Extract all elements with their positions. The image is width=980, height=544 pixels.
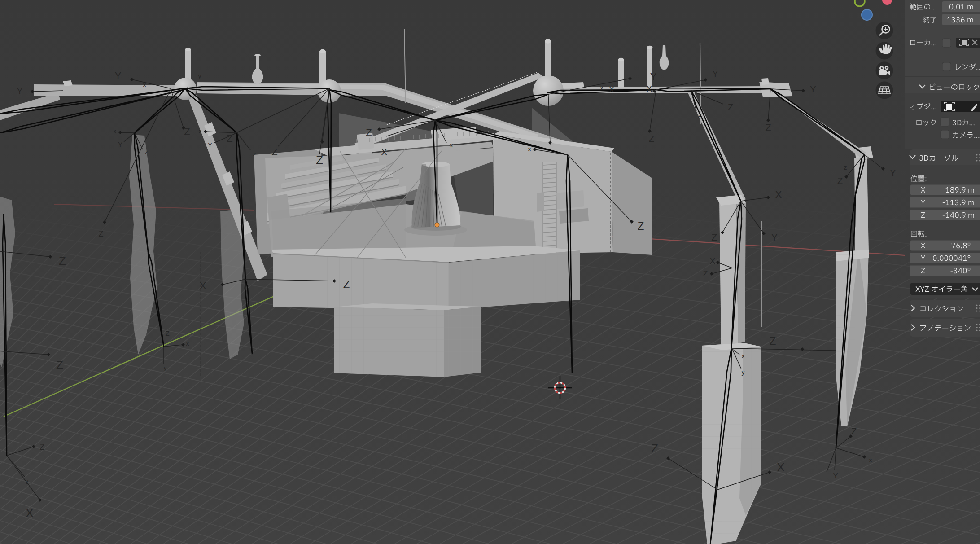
svg-text:Y: Y — [833, 472, 838, 480]
svg-text:Z: Z — [40, 443, 45, 452]
svg-text:Z: Z — [638, 220, 644, 232]
svg-text:x: x — [742, 352, 745, 360]
svg-text:z: z — [697, 112, 701, 120]
svg-text:x: x — [114, 127, 117, 135]
svg-text:X: X — [646, 84, 652, 94]
svg-text:Z: Z — [56, 358, 63, 372]
svg-text:Y: Y — [810, 84, 816, 94]
svg-text:z: z — [145, 149, 148, 156]
svg-text:Z: Z — [837, 176, 843, 186]
svg-text:z: z — [253, 150, 256, 158]
svg-text:Z: Z — [728, 102, 733, 112]
svg-text:Y: Y — [118, 140, 122, 148]
svg-text:Y: Y — [17, 87, 22, 96]
svg-text:y: y — [198, 73, 201, 79]
svg-text:Z: Z — [343, 278, 350, 290]
svg-text:Z: Z — [649, 134, 654, 144]
svg-text:Y: Y — [115, 70, 122, 81]
svg-text:x: x — [600, 84, 604, 92]
svg-text:y: y — [742, 369, 745, 376]
svg-text:Z: Z — [711, 232, 717, 243]
svg-text:X: X — [381, 146, 388, 158]
svg-text:X: X — [710, 257, 715, 266]
svg-text:Z: Z — [184, 126, 190, 137]
svg-text:X: X — [775, 189, 782, 201]
svg-text:Z: Z — [765, 122, 771, 133]
svg-text:z: z — [325, 114, 328, 121]
svg-text:Z: Z — [316, 154, 323, 167]
svg-text:Y: Y — [771, 233, 777, 242]
svg-text:x: x — [143, 81, 146, 88]
svg-text:Z: Z — [165, 329, 169, 337]
svg-text:Y: Y — [650, 71, 657, 82]
svg-text:x: x — [450, 142, 453, 149]
svg-text:Y: Y — [713, 70, 718, 79]
svg-text:z: z — [844, 164, 847, 171]
svg-text:Z: Z — [651, 442, 658, 455]
svg-text:X: X — [26, 506, 33, 520]
svg-text:Z: Z — [59, 254, 66, 268]
svg-text:Z: Z — [851, 426, 857, 436]
svg-text:x: x — [199, 127, 202, 135]
svg-text:y: y — [26, 478, 29, 484]
svg-text:Z: Z — [227, 133, 232, 144]
svg-text:Y: Y — [890, 168, 896, 178]
svg-text:X: X — [777, 461, 784, 474]
svg-text:Z: Z — [366, 127, 372, 138]
svg-text:Z: Z — [99, 229, 104, 238]
svg-text:x: x — [528, 145, 531, 153]
svg-text:X: X — [200, 280, 206, 291]
svg-text:y: y — [164, 364, 167, 371]
svg-text:Z: Z — [770, 335, 776, 347]
svg-text:Y: Y — [208, 141, 212, 149]
svg-text:x: x — [869, 456, 872, 464]
svg-text:x: x — [186, 340, 189, 347]
svg-text:X: X — [609, 85, 614, 94]
svg-text:Z: Z — [703, 269, 708, 278]
svg-text:Z: Z — [271, 146, 277, 158]
